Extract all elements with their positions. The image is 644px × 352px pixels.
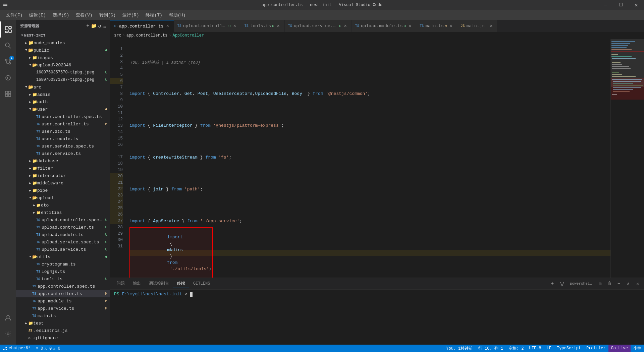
breadcrumb-app-controller[interactable]: app.controller.ts [126, 33, 167, 38]
sidebar-item-app-controller[interactable]: TS app.controller.ts M [16, 290, 110, 297]
menu-item-h[interactable]: 帮助(H) [166, 11, 189, 19]
tab-app-controller[interactable]: TS app.controller.ts × [110, 20, 174, 32]
tab-upload-service[interactable]: TS upload.service.ts U × [285, 20, 352, 32]
panel-close[interactable]: ✕ [634, 280, 641, 287]
sidebar-item-images[interactable]: ▶ 📁 images [16, 54, 110, 61]
maximize-button[interactable]: □ [613, 0, 629, 10]
sidebar-item-src[interactable]: ▼ 📂 src [16, 83, 110, 91]
menu-item-g[interactable]: 转到(G) [96, 11, 119, 19]
panel-delete-terminal[interactable]: 🗑 [606, 280, 613, 287]
panel-maximize[interactable]: ⊞ [596, 280, 604, 287]
tab-main-js[interactable]: JS main.js × [457, 20, 497, 32]
sidebar-item-entities[interactable]: ▶ 📁 entities [16, 209, 110, 216]
sidebar-item-user-dto[interactable]: TS user.dto.ts [16, 128, 110, 135]
sidebar-item-user-controller[interactable]: TS user.controller.ts M [16, 120, 110, 128]
sidebar-item-upload-module[interactable]: TS upload.module.ts U [16, 231, 110, 238]
sidebar-new-file-icon[interactable]: + [86, 23, 90, 29]
sidebar-item-gitignore[interactable]: ⚙ .gitignore [16, 334, 110, 342]
status-encoding[interactable]: UTF-8 [527, 345, 544, 352]
tab-close-upload-module[interactable]: × [407, 23, 413, 29]
tab-upload-controller[interactable]: TS upload.controller.ts U × [174, 20, 241, 32]
breadcrumb-appcontroller-class[interactable]: AppController [172, 33, 204, 38]
sidebar-item-public[interactable]: ▼ 📂 public [16, 47, 110, 54]
tab-main-ts[interactable]: TS main.ts M × [416, 20, 457, 32]
sidebar-item-user[interactable]: ▼ 📂 user [16, 106, 110, 113]
activity-settings[interactable] [0, 326, 16, 342]
panel-expand[interactable]: ∧ [625, 280, 632, 287]
status-errors[interactable]: ⊗ 0 △ 0 ⚠ 0 [33, 345, 63, 352]
sidebar-item-node_modules[interactable]: ▶ 📁 node_modules [16, 39, 110, 47]
sidebar-item-dto[interactable]: ▶ 📁 dto [16, 201, 110, 209]
sidebar-item-interceptor[interactable]: ▶ 📁 interceptor [16, 172, 110, 179]
sidebar-item-app-service[interactable]: TS app.service.ts M [16, 305, 110, 312]
status-golive[interactable]: Go Live [608, 345, 631, 352]
sidebar-item-test[interactable]: ▶ 📁 test [16, 319, 110, 327]
sidebar-item-file1[interactable]: 1680760357570-tipbg.jpeg U [16, 69, 110, 76]
status-user[interactable]: 小柱 [631, 345, 644, 352]
sidebar-item-upload-service[interactable]: TS upload.service.ts U [16, 246, 110, 253]
sidebar-item-cryptogram[interactable]: TS cryptogram.ts [16, 260, 110, 268]
titlebar-menu-icon[interactable] [3, 2, 8, 9]
sidebar-item-main-ts[interactable]: TS main.ts [16, 312, 110, 319]
panel-minimize[interactable]: − [615, 280, 623, 287]
sidebar-item-upload202346[interactable]: ▼ 📂 upload\202346 [16, 61, 110, 69]
sidebar-new-folder-icon[interactable]: 📁 [91, 23, 97, 29]
close-button[interactable]: ✕ [629, 0, 644, 10]
sidebar-item-upload[interactable]: ▼ 📂 upload [16, 194, 110, 201]
activity-git[interactable]: 1 [0, 54, 16, 70]
sidebar-item-pipe[interactable]: ▶ 📁 pipe [16, 187, 110, 194]
activity-explorer[interactable] [0, 21, 16, 38]
minimize-button[interactable]: — [598, 0, 613, 10]
status-position[interactable]: 行 16, 列 1 [476, 345, 506, 352]
panel-tab-debug[interactable]: 调试控制台 [145, 279, 173, 288]
panel-tab-output[interactable]: 输出 [129, 279, 145, 288]
sidebar-item-app-controller-spec[interactable]: TS app.controller.spec.ts [16, 283, 110, 290]
tab-close-tools[interactable]: × [276, 23, 281, 29]
status-spaces[interactable]: 空格: 2 [506, 345, 527, 352]
panel-add-terminal[interactable]: + [549, 280, 556, 287]
sidebar-content[interactable]: ▼ NEST-INIT ▶ 📁 node_modules ▼ 📂 public … [16, 32, 110, 345]
sidebar-item-log4js[interactable]: TS log4js.ts [16, 268, 110, 275]
sidebar-item-auth[interactable]: ▶ 📁 auth [16, 98, 110, 106]
sidebar-item-user-service[interactable]: TS user.service.ts [16, 150, 110, 157]
status-time[interactable]: You, 1秒钟前 [443, 345, 475, 352]
sidebar-item-utils[interactable]: ▼ 📂 utils [16, 253, 110, 260]
tab-upload-module[interactable]: TS upload.module.ts U × [352, 20, 416, 32]
sidebar-item-upload-service-spec[interactable]: TS upload.service.spec.ts U [16, 238, 110, 246]
sidebar-item-app-module[interactable]: TS app.module.ts M [16, 297, 110, 305]
activity-search[interactable] [0, 38, 16, 54]
panel-tab-issues[interactable]: 问题 [113, 279, 129, 288]
code-content[interactable]: You, 16秒钟前 | 1 author (You) import { Con… [127, 39, 610, 278]
sidebar-item-eslint[interactable]: JS .eslintrcs.js [16, 327, 110, 334]
tab-close-main-js[interactable]: × [488, 23, 494, 29]
menu-item-t[interactable]: 终端(T) [142, 11, 165, 19]
sidebar-refresh-icon[interactable]: ↺ [98, 23, 101, 29]
tab-close-upload-controller[interactable]: × [232, 23, 237, 29]
status-prettier[interactable]: Prettier [584, 345, 608, 352]
status-eol[interactable]: LF [544, 345, 554, 352]
activity-extensions[interactable] [0, 86, 16, 102]
activity-account[interactable] [0, 310, 16, 326]
panel-powershell-label[interactable]: powershell [568, 280, 594, 287]
sidebar-more-icon[interactable]: … [103, 23, 106, 29]
menu-item-s[interactable]: 选择(S) [49, 11, 72, 19]
panel-tab-terminal[interactable]: 终端 [173, 279, 189, 288]
activity-debug[interactable] [0, 70, 16, 86]
tab-close-upload-service[interactable]: × [343, 23, 348, 29]
tab-close-main-ts[interactable]: × [448, 23, 453, 29]
sidebar-item-upload-controller-spec[interactable]: TS upload.controller.spec.ts U [16, 216, 110, 224]
menu-item-v[interactable]: 查看(V) [72, 11, 96, 19]
sidebar-item-file2[interactable]: 1680760371287-tipbg.jpeg U [16, 76, 110, 83]
sidebar-item-database[interactable]: ▶ 📁 database [16, 157, 110, 165]
sidebar-item-user-controller-spec[interactable]: TS user.controller.spec.ts [16, 113, 110, 120]
panel-tab-gitlens[interactable]: GITLENS [189, 280, 214, 288]
sidebar-item-admin[interactable]: ▶ 📁 admin [16, 91, 110, 98]
sidebar-root[interactable]: ▼ NEST-INIT [16, 32, 110, 39]
menu-item-r[interactable]: 运行(R) [119, 11, 142, 19]
tab-tools[interactable]: TS tools.ts U × [241, 20, 285, 32]
menu-item-e[interactable]: 编辑(E) [26, 11, 49, 19]
sidebar-item-user-service-spec[interactable]: TS user.service.spec.ts [16, 142, 110, 150]
breadcrumb-src[interactable]: src [114, 33, 121, 38]
sidebar-item-upload-controller[interactable]: TS upload.controller.ts U [16, 224, 110, 231]
sidebar-item-filter[interactable]: ▶ 📁 filter [16, 165, 110, 172]
